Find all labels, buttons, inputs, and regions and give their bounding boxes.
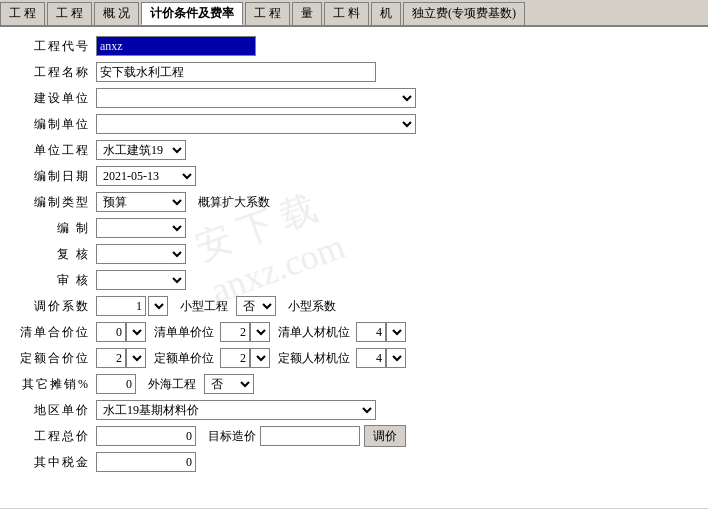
price-adjust-label: 调价系数	[16, 298, 96, 315]
compile-unit-label: 编制单位	[16, 116, 96, 133]
tab-gaokuang[interactable]: 概 况	[94, 2, 139, 25]
tab-dulif[interactable]: 独立费(专项费基数)	[403, 2, 525, 25]
fixed-unit-label: 定额单价位	[150, 350, 218, 367]
unit-project-select[interactable]: 水工建筑19	[96, 140, 186, 160]
tab-gongcheng1[interactable]: 工 程	[0, 2, 45, 25]
tab-gongcheng3[interactable]: 工 程	[245, 2, 290, 25]
region-price-row: 地区单价 水工19基期材料价	[16, 399, 692, 421]
review-label: 复 核	[16, 246, 96, 263]
tax-input[interactable]	[96, 452, 196, 472]
review-select[interactable]	[96, 244, 186, 264]
total-price-row: 工程总价 目标造价 调价	[16, 425, 692, 447]
region-price-select[interactable]: 水工19基期材料价	[96, 400, 376, 420]
price-adjust-row: 调价系数 ▼ 小型工程 否 是 小型系数	[16, 295, 692, 317]
compile-type-select[interactable]: 预算	[96, 192, 186, 212]
compile-unit-select[interactable]	[96, 114, 416, 134]
small-coef-label: 小型系数	[284, 298, 340, 315]
small-project-label: 小型工程	[176, 298, 232, 315]
fixed-lm-input[interactable]	[356, 348, 386, 368]
tab-gongcheng2[interactable]: 工 程	[47, 2, 92, 25]
tax-label: 其中税金	[16, 454, 96, 471]
small-project-select[interactable]: 否 是	[236, 296, 276, 316]
compile-date-row: 编制日期 2021-05-13	[16, 165, 692, 187]
tab-gongliao[interactable]: 工 料	[324, 2, 369, 25]
audit-select[interactable]	[96, 270, 186, 290]
compile-unit-row: 编制单位	[16, 113, 692, 135]
offshore-select[interactable]: 否 是	[204, 374, 254, 394]
fixed-lm-label: 定额人材机位	[274, 350, 354, 367]
unit-price-select[interactable]: ▼	[250, 322, 270, 342]
audit-row: 审 核	[16, 269, 692, 291]
tax-row: 其中税金	[16, 451, 692, 473]
construction-unit-row: 建设单位	[16, 87, 692, 109]
quota-price-label: 清单合价位	[16, 324, 96, 341]
project-name-row: 工程名称	[16, 61, 692, 83]
tab-jiage[interactable]: 计价条件及费率	[141, 2, 243, 25]
labor-machine-label: 清单人材机位	[274, 324, 354, 341]
fixed-price-select[interactable]: ▼	[126, 348, 146, 368]
unit-price-input[interactable]	[220, 322, 250, 342]
unit-project-row: 单位工程 水工建筑19	[16, 139, 692, 161]
audit-label: 审 核	[16, 272, 96, 289]
fixed-unit-select[interactable]: ▼	[250, 348, 270, 368]
compile-person-label: 编 制	[16, 220, 96, 237]
other-misc-row: 其它摊销% 外海工程 否 是	[16, 373, 692, 395]
main-content: 工程代号 工程名称 建设单位 编制单位 单位工程 水工建筑19 编制日期 202…	[0, 27, 708, 508]
review-row: 复 核	[16, 243, 692, 265]
labor-machine-select[interactable]: ▼	[386, 322, 406, 342]
budget-expand-label: 概算扩大系数	[194, 194, 274, 211]
project-code-input[interactable]	[96, 36, 256, 56]
compile-type-label: 编制类型	[16, 194, 96, 211]
fixed-price-input[interactable]	[96, 348, 126, 368]
project-code-label: 工程代号	[16, 38, 96, 55]
tab-ji[interactable]: 机	[371, 2, 401, 25]
unit-project-label: 单位工程	[16, 142, 96, 159]
offshore-label: 外海工程	[144, 376, 200, 393]
adjust-btn[interactable]: 调价	[364, 425, 406, 447]
target-price-input[interactable]	[260, 426, 360, 446]
quota-price-input[interactable]	[96, 322, 126, 342]
construction-unit-select[interactable]	[96, 88, 416, 108]
fixed-lm-select[interactable]: ▼	[386, 348, 406, 368]
region-price-label: 地区单价	[16, 402, 96, 419]
project-name-label: 工程名称	[16, 64, 96, 81]
compile-person-row: 编 制	[16, 217, 692, 239]
total-price-label: 工程总价	[16, 428, 96, 445]
fixed-price-label: 定额合价位	[16, 350, 96, 367]
total-price-input[interactable]	[96, 426, 196, 446]
compile-date-label: 编制日期	[16, 168, 96, 185]
compile-person-select[interactable]	[96, 218, 186, 238]
quota-price-select[interactable]: ▼	[126, 322, 146, 342]
other-misc-label: 其它摊销%	[16, 376, 96, 393]
tab-liang[interactable]: 量	[292, 2, 322, 25]
fixed-price-row: 定额合价位 ▼ 定额单价位 ▼ 定额人材机位 ▼	[16, 347, 692, 369]
tab-bar: 工 程 工 程 概 况 计价条件及费率 工 程 量 工 料 机 独立费(专项费基…	[0, 0, 708, 27]
labor-machine-input[interactable]	[356, 322, 386, 342]
quota-price-row: 清单合价位 ▼ 清单单价位 ▼ 清单人材机位 ▼	[16, 321, 692, 343]
price-adjust-select[interactable]: ▼	[148, 296, 168, 316]
unit-price-label: 清单单价位	[150, 324, 218, 341]
compile-type-row: 编制类型 预算 概算扩大系数	[16, 191, 692, 213]
compile-date-select[interactable]: 2021-05-13	[96, 166, 196, 186]
fixed-unit-input[interactable]	[220, 348, 250, 368]
target-price-label: 目标造价	[204, 428, 260, 445]
price-adjust-input[interactable]	[96, 296, 146, 316]
project-name-input[interactable]	[96, 62, 376, 82]
construction-unit-label: 建设单位	[16, 90, 96, 107]
project-code-row: 工程代号	[16, 35, 692, 57]
other-misc-input[interactable]	[96, 374, 136, 394]
